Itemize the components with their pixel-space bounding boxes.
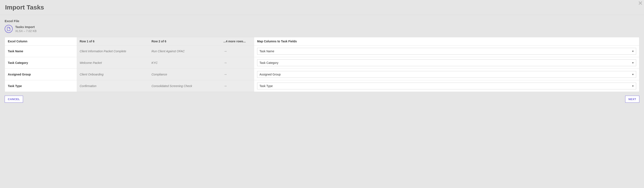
file-section-label: Excel File xyxy=(5,19,639,23)
caret-down-icon: ▼ xyxy=(632,50,634,52)
cell-excel-column: Task Category xyxy=(5,57,77,69)
table-row: Assigned Group Client Onboarding Complia… xyxy=(5,69,639,80)
cell-arrow: → xyxy=(220,69,254,80)
modal-header: Import Tasks xyxy=(0,0,644,15)
file-icon xyxy=(5,25,13,33)
next-button[interactable]: NEXT xyxy=(625,96,639,103)
select-value: Task Name xyxy=(260,50,274,53)
caret-down-icon: ▼ xyxy=(632,85,634,87)
close-icon[interactable]: ✕ xyxy=(638,0,643,6)
select-value: Task Type xyxy=(260,84,273,88)
cell-row2-value: Run Client Against OFAC xyxy=(148,46,220,57)
file-detail: XLSX – 7.02 KB xyxy=(15,29,36,33)
import-tasks-modal: Import Tasks ✕ Excel File Tasks Import X… xyxy=(0,0,644,107)
cell-row2-value: Compliance xyxy=(148,69,220,80)
cell-row1-value: Confirmation xyxy=(77,80,148,92)
mapping-table: Excel Column Row 1 of 6 Row 2 of 6 ...4 … xyxy=(5,37,639,92)
header-row2: Row 2 of 6 xyxy=(148,37,220,46)
map-select-task-type[interactable]: Task Type ▼ xyxy=(257,83,636,89)
file-meta: Tasks Import XLSX – 7.02 KB xyxy=(15,25,36,33)
map-select-task-name[interactable]: Task Name ▼ xyxy=(257,48,636,55)
arrow-right-icon: → xyxy=(223,84,227,88)
select-value: Assigned Group xyxy=(260,73,280,76)
modal-body: Excel File Tasks Import XLSX – 7.02 KB E… xyxy=(0,15,644,107)
file-name: Tasks Import xyxy=(15,25,36,29)
cell-excel-column: Task Name xyxy=(5,46,77,57)
caret-down-icon: ▼ xyxy=(632,73,634,76)
map-select-task-category[interactable]: Task Category ▼ xyxy=(257,59,636,66)
header-more-rows: ...4 more rows... xyxy=(220,37,254,46)
cell-row1-value: Welcome Packet xyxy=(77,57,148,69)
cell-arrow: → xyxy=(220,80,254,92)
cell-excel-column: Task Type xyxy=(5,80,77,92)
cell-excel-column: Assigned Group xyxy=(5,69,77,80)
cell-row1-value: Client Information Packet Complete xyxy=(77,46,148,57)
cell-arrow: → xyxy=(220,57,254,69)
table-row: Task Type Confirmation Consolidated Scre… xyxy=(5,80,639,92)
cell-row2-value: Consolidated Screening Check xyxy=(148,80,220,92)
file-block: Tasks Import XLSX – 7.02 KB xyxy=(5,25,639,33)
header-excel-column: Excel Column xyxy=(5,37,77,46)
page-title: Import Tasks xyxy=(5,4,44,11)
select-value: Task Category xyxy=(260,61,278,65)
map-select-assigned-group[interactable]: Assigned Group ▼ xyxy=(257,71,636,78)
caret-down-icon: ▼ xyxy=(632,62,634,64)
cell-arrow: → xyxy=(220,46,254,57)
table-header-row: Excel Column Row 1 of 6 Row 2 of 6 ...4 … xyxy=(5,37,639,46)
cell-row1-value: Client Onboarding xyxy=(77,69,148,80)
arrow-right-icon: → xyxy=(223,72,227,77)
header-row1: Row 1 of 6 xyxy=(77,37,148,46)
cell-row2-value: KYC xyxy=(148,57,220,69)
table-row: Task Name Client Information Packet Comp… xyxy=(5,46,639,57)
arrow-right-icon: → xyxy=(223,61,227,65)
arrow-right-icon: → xyxy=(223,49,227,53)
table-row: Task Category Welcome Packet KYC → Task … xyxy=(5,57,639,69)
modal-footer: CANCEL NEXT xyxy=(5,96,639,103)
cancel-button[interactable]: CANCEL xyxy=(5,96,23,103)
header-map-columns: Map Columns to Task Fields xyxy=(254,37,639,46)
